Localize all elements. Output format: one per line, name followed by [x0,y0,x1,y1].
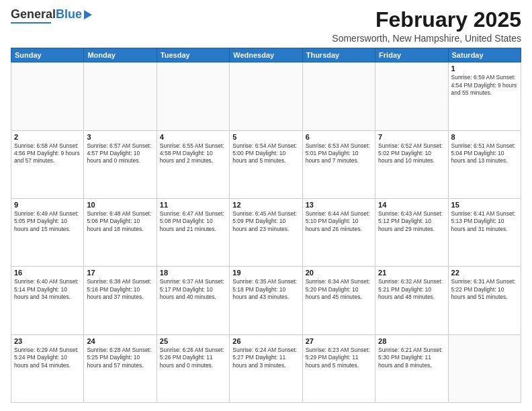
table-row: 21Sunrise: 6:32 AM Sunset: 5:21 PM Dayli… [375,267,448,334]
day-info: Sunrise: 6:43 AM Sunset: 5:12 PM Dayligh… [378,210,445,233]
table-row [84,62,157,130]
table-row: 14Sunrise: 6:43 AM Sunset: 5:12 PM Dayli… [375,198,448,266]
day-info: Sunrise: 6:24 AM Sunset: 5:27 PM Dayligh… [232,347,299,369]
day-info: Sunrise: 6:37 AM Sunset: 5:17 PM Dayligh… [160,278,226,301]
calendar-week-row: 23Sunrise: 6:29 AM Sunset: 5:24 PM Dayli… [11,334,521,402]
day-info: Sunrise: 6:51 AM Sunset: 5:04 PM Dayligh… [451,142,518,165]
day-info: Sunrise: 6:29 AM Sunset: 5:24 PM Dayligh… [14,347,81,369]
day-info: Sunrise: 6:49 AM Sunset: 5:05 PM Dayligh… [14,210,81,233]
table-row: 19Sunrise: 6:35 AM Sunset: 5:18 PM Dayli… [230,267,302,334]
day-number: 11 [160,201,226,209]
day-info: Sunrise: 6:35 AM Sunset: 5:18 PM Dayligh… [232,278,299,301]
day-number: 2 [14,133,81,141]
day-number: 23 [14,337,81,345]
title-section: February 2025 Somersworth, New Hampshire… [332,8,521,44]
table-row: 3Sunrise: 6:57 AM Sunset: 4:57 PM Daylig… [84,130,157,198]
calendar-week-row: 2Sunrise: 6:58 AM Sunset: 4:56 PM Daylig… [11,130,521,198]
day-number: 26 [232,337,299,345]
day-info: Sunrise: 6:41 AM Sunset: 5:13 PM Dayligh… [451,210,518,233]
table-row: 27Sunrise: 6:23 AM Sunset: 5:29 PM Dayli… [302,334,375,402]
day-number: 25 [160,337,226,345]
day-number: 24 [87,337,153,345]
day-number: 20 [306,269,372,277]
table-row: 8Sunrise: 6:51 AM Sunset: 5:04 PM Daylig… [448,130,521,198]
table-row: 22Sunrise: 6:31 AM Sunset: 5:22 PM Dayli… [448,267,521,334]
table-row: 18Sunrise: 6:37 AM Sunset: 5:17 PM Dayli… [157,267,229,334]
day-number: 14 [378,201,445,209]
table-row [448,334,521,402]
calendar-week-row: 1Sunrise: 6:59 AM Sunset: 4:54 PM Daylig… [11,62,521,130]
calendar-table: Sunday Monday Tuesday Wednesday Thursday… [11,48,521,403]
day-info: Sunrise: 6:59 AM Sunset: 4:54 PM Dayligh… [451,74,518,97]
table-row: 24Sunrise: 6:28 AM Sunset: 5:25 PM Dayli… [84,334,157,402]
table-row [157,62,229,130]
table-row: 20Sunrise: 6:34 AM Sunset: 5:20 PM Dayli… [302,267,375,334]
table-row: 13Sunrise: 6:44 AM Sunset: 5:10 PM Dayli… [302,198,375,266]
table-row: 6Sunrise: 6:53 AM Sunset: 5:01 PM Daylig… [302,130,375,198]
table-row: 15Sunrise: 6:41 AM Sunset: 5:13 PM Dayli… [448,198,521,266]
day-number: 18 [160,269,226,277]
col-friday: Friday [375,48,448,62]
day-info: Sunrise: 6:38 AM Sunset: 5:16 PM Dayligh… [87,278,153,301]
day-info: Sunrise: 6:31 AM Sunset: 5:22 PM Dayligh… [451,278,518,301]
table-row: 11Sunrise: 6:47 AM Sunset: 5:08 PM Dayli… [157,198,229,266]
day-info: Sunrise: 6:58 AM Sunset: 4:56 PM Dayligh… [14,142,81,165]
day-number: 8 [451,133,518,141]
table-row [11,62,84,130]
day-info: Sunrise: 6:45 AM Sunset: 5:09 PM Dayligh… [232,210,299,233]
day-info: Sunrise: 6:26 AM Sunset: 5:26 PM Dayligh… [160,347,226,369]
day-number: 13 [306,201,372,209]
table-row: 23Sunrise: 6:29 AM Sunset: 5:24 PM Dayli… [11,334,84,402]
day-info: Sunrise: 6:23 AM Sunset: 5:29 PM Dayligh… [306,347,372,369]
day-info: Sunrise: 6:40 AM Sunset: 5:14 PM Dayligh… [14,278,81,301]
day-number: 12 [232,201,299,209]
day-number: 6 [306,133,372,141]
table-row: 12Sunrise: 6:45 AM Sunset: 5:09 PM Dayli… [230,198,302,266]
table-row: 17Sunrise: 6:38 AM Sunset: 5:16 PM Dayli… [84,267,157,334]
table-row: 5Sunrise: 6:54 AM Sunset: 5:00 PM Daylig… [230,130,302,198]
day-info: Sunrise: 6:21 AM Sunset: 5:30 PM Dayligh… [378,347,445,369]
day-info: Sunrise: 6:32 AM Sunset: 5:21 PM Dayligh… [378,278,445,301]
header: GeneralBlue February 2025 Somersworth, N… [11,8,521,44]
day-number: 27 [306,337,372,345]
page: GeneralBlue February 2025 Somersworth, N… [0,0,532,411]
day-info: Sunrise: 6:55 AM Sunset: 4:58 PM Dayligh… [160,142,226,165]
day-number: 19 [232,269,299,277]
table-row [230,62,302,130]
day-info: Sunrise: 6:28 AM Sunset: 5:25 PM Dayligh… [87,347,153,369]
table-row: 26Sunrise: 6:24 AM Sunset: 5:27 PM Dayli… [230,334,302,402]
col-tuesday: Tuesday [157,48,229,62]
day-info: Sunrise: 6:54 AM Sunset: 5:00 PM Dayligh… [232,142,299,165]
day-number: 17 [87,269,153,277]
day-number: 10 [87,201,153,209]
day-number: 4 [160,133,226,141]
table-row: 16Sunrise: 6:40 AM Sunset: 5:14 PM Dayli… [11,267,84,334]
month-title: February 2025 [332,8,521,32]
logo-arrow-icon [84,10,92,19]
table-row: 10Sunrise: 6:48 AM Sunset: 5:06 PM Dayli… [84,198,157,266]
day-number: 7 [378,133,445,141]
day-info: Sunrise: 6:53 AM Sunset: 5:01 PM Dayligh… [306,142,372,165]
logo-underline [11,22,51,24]
calendar-header-row: Sunday Monday Tuesday Wednesday Thursday… [11,48,521,62]
day-number: 1 [451,64,518,73]
logo-general: General [11,7,56,21]
col-sunday: Sunday [11,48,84,62]
logo-blue: Blue [56,7,82,21]
col-monday: Monday [84,48,157,62]
day-number: 16 [14,269,81,277]
table-row: 4Sunrise: 6:55 AM Sunset: 4:58 PM Daylig… [157,130,229,198]
table-row: 25Sunrise: 6:26 AM Sunset: 5:26 PM Dayli… [157,334,229,402]
table-row: 2Sunrise: 6:58 AM Sunset: 4:56 PM Daylig… [11,130,84,198]
day-number: 9 [14,201,81,209]
day-info: Sunrise: 6:47 AM Sunset: 5:08 PM Dayligh… [160,210,226,233]
day-number: 22 [451,269,518,277]
calendar-week-row: 9Sunrise: 6:49 AM Sunset: 5:05 PM Daylig… [11,198,521,266]
table-row [302,62,375,130]
day-number: 21 [378,269,445,277]
day-info: Sunrise: 6:44 AM Sunset: 5:10 PM Dayligh… [306,210,372,233]
table-row: 28Sunrise: 6:21 AM Sunset: 5:30 PM Dayli… [375,334,448,402]
logo: GeneralBlue [11,8,92,24]
day-number: 15 [451,201,518,209]
day-number: 3 [87,133,153,141]
